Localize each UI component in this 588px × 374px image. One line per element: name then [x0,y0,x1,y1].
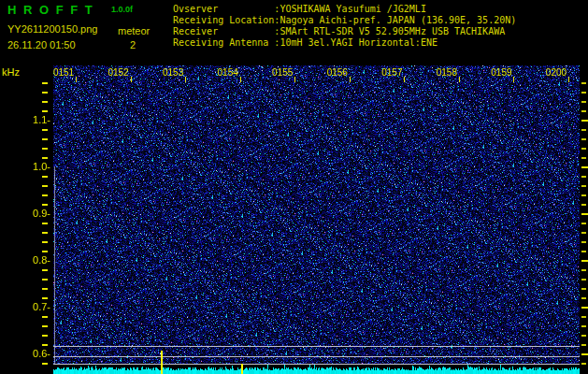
frequency-minor-tick [42,335,48,337]
detection-band-line [53,364,580,365]
frequency-right-tick [581,251,586,252]
frequency-minor-tick [42,176,48,178]
frequency-minor-tick [42,232,48,234]
frequency-axis-unit: kHz [2,66,20,78]
frequency-right-tick [581,92,586,94]
time-tick [513,77,514,82]
station-info-row: Receiver:SMArt RTL-SDR V5 52.905MHz USB … [173,26,516,37]
frequency-label: 0.7- [17,301,50,312]
time-tick [240,77,241,82]
frequency-right-tick [581,307,588,309]
detection-band-line [53,346,580,347]
station-info-label: Receiving Antenna [173,37,274,49]
time-tick [568,77,569,82]
station-info-row: Ovserver:YOSHIKAWA Yasufumi /JG2MLI [173,4,516,15]
frequency-right-tick [581,335,586,337]
detection-band-line [53,356,580,357]
time-tick [185,77,186,82]
frequency-minor-tick [42,101,48,103]
station-info-value: :SMArt RTL-SDR V5 52.905MHz USB TACHIKAW… [274,26,505,36]
frequency-right-tick [581,185,586,187]
time-label: 0156 [327,67,348,78]
meteor-event-marker [241,364,243,374]
frequency-label: 0.8- [17,254,50,266]
frequency-right-tick [581,194,586,196]
frequency-right-tick [581,204,586,206]
frequency-minor-tick [42,185,48,187]
frequency-minor-tick [42,288,48,290]
frequency-minor-tick [42,316,48,318]
frequency-right-tick [581,344,586,346]
time-label: 0153 [163,67,183,78]
frequency-right-tick [581,363,586,365]
time-label: 0159 [491,67,511,78]
mode-label: meteor [118,25,150,36]
frequency-label: 0.6- [17,348,50,359]
frequency-minor-tick [42,279,48,280]
frequency-minor-tick [42,204,48,206]
station-info-value: :10mH 3el.YAGI Horizontal:ENE [274,37,437,48]
frequency-label: 0.9- [17,208,50,219]
time-label: 0158 [437,67,457,78]
frequency-minor-tick [42,325,48,327]
frequency-right-tick [581,288,586,290]
app-title: H R O F F T [7,3,94,17]
station-info-row: Receiving Antenna:10mH 3el.YAGI Horizont… [173,37,516,49]
frequency-minor-tick [42,363,48,365]
station-info-label: Ovserver [173,4,274,15]
time-tick [459,77,460,82]
meteor-event-marker [161,351,163,374]
frequency-right-tick [581,176,586,178]
station-info-value: :Nagoya Aichi-pref. JAPAN (136.90E, 35.2… [274,15,516,25]
observation-datetime: 26.11.20 01:50 [7,39,76,50]
frequency-minor-tick [42,241,48,243]
time-tick [350,77,351,82]
frequency-right-tick [581,269,586,271]
frequency-right-tick [581,241,586,243]
time-label: 0154 [218,67,238,78]
time-label: 0157 [381,67,402,78]
time-tick [294,77,295,82]
time-label: 0152 [108,67,128,78]
frequency-minor-tick [42,157,48,159]
frequency-minor-tick [42,251,48,252]
frequency-minor-tick [42,269,48,271]
station-info-row: Receiving Location:Nagoya Aichi-pref. JA… [173,15,516,26]
frequency-label: 1.1- [17,114,50,125]
frequency-minor-tick [42,92,48,94]
station-info-label: Receiver [173,26,274,37]
frequency-right-tick [581,213,588,215]
frequency-minor-tick [42,297,48,299]
frequency-right-tick [581,101,586,103]
frequency-minor-tick [42,194,48,196]
time-tick [76,77,77,82]
frequency-minor-tick [42,82,48,84]
frequency-minor-tick [42,138,48,140]
spectrogram-canvas [53,65,580,374]
frequency-right-tick [581,279,586,280]
frequency-right-tick [581,325,586,327]
frequency-right-tick [581,297,586,299]
frequency-right-tick [581,260,588,262]
frequency-minor-tick [42,223,48,224]
frequency-right-tick [581,138,586,140]
frequency-right-tick [581,148,586,150]
frequency-right-tick [581,166,588,168]
output-filename: YY2611200150.png [7,23,97,35]
frequency-minor-tick [42,344,48,346]
frequency-minor-tick [42,129,48,131]
time-tick [404,77,405,82]
time-label: 0155 [272,67,293,78]
station-info-value: :YOSHIKAWA Yasufumi /JG2MLI [274,4,426,14]
meteor-count: 2 [130,39,136,50]
frequency-right-tick [581,82,586,84]
frequency-right-tick [581,120,588,122]
frequency-right-tick [581,223,586,224]
frequency-right-tick [581,110,586,112]
frequency-minor-tick [42,110,48,112]
time-label: 0200 [546,67,566,78]
frequency-right-tick [581,353,588,355]
time-tick [131,77,132,82]
station-info: Ovserver:YOSHIKAWA Yasufumi /JG2MLIRecei… [173,4,516,49]
frequency-right-tick [581,232,586,234]
